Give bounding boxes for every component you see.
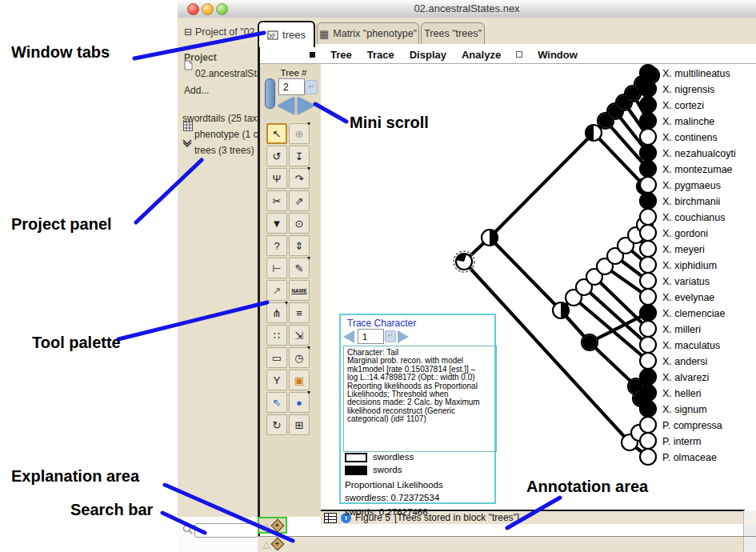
search-input[interactable] [194,523,258,538]
scroll-corner [743,537,756,552]
reroot-tool-icon: ↷ [295,173,304,185]
sphere-tool[interactable]: ●▾ [289,392,310,413]
collapse-clade-tool[interactable]: ▼ [266,213,287,234]
reroot-tool[interactable]: ↷▾ [289,168,310,189]
menu-item-tree[interactable]: Tree [330,49,352,61]
collapse-triangle-icon: △ [262,539,270,549]
legend-swatch-swords [345,466,367,475]
tree-number-scroll-thumb[interactable] [265,78,275,109]
resize-tool-icon: ⇲ [295,330,304,342]
dropdown-arrow-icon: ▾ [307,254,310,262]
polytomy-tool[interactable]: Ψ [266,168,287,189]
callout-label-project-panel: Project panel [11,215,112,234]
resize-tool[interactable]: ⇲ [289,325,310,346]
explanation-area [258,536,756,552]
image-tool-icon: ▣ [294,374,304,386]
clock-tool[interactable]: ◷▾ [289,347,310,368]
magnify-clade-tool[interactable]: ⊙ [289,213,310,234]
tab-project[interactable]: ⊟ Project of "02.a [184,26,263,38]
table-icon[interactable] [324,513,337,523]
highlight-arrow-tool[interactable]: ↗ [266,280,287,301]
name-tool[interactable]: NAME [289,280,310,301]
magnify-clade-tool-icon: ⊙ [295,218,304,230]
trace-prev-button[interactable] [343,330,354,343]
menu-bar: TreeTraceDisplayAnalyzeWindow [260,46,756,64]
legend-swatch-swordless [345,453,367,462]
zoom-tool[interactable]: ⊕▾ [289,123,310,144]
ruler-tool-icon: ▭ [272,352,282,364]
collapse-branch-tool[interactable]: ↧ [289,146,310,166]
explanation-controls[interactable]: △ + [258,536,287,552]
likelihood-header: Proportional Likelihoods [345,480,443,490]
menu-item-display[interactable]: Display [410,49,446,61]
mini-scroll-left-button[interactable] [278,97,294,114]
attach-branch-tool[interactable]: ⋔▾ [266,302,287,323]
ruler-tool[interactable]: ▭ [266,347,287,368]
arrow-tool[interactable]: ↖ [266,123,287,144]
paint-branch-tool[interactable]: ✎▾ [289,258,310,278]
trace-character-title: Trace Character [347,318,416,329]
menu-item-analyze[interactable]: Analyze [462,49,501,61]
annotation-input-row[interactable] [260,524,756,537]
tab-trees-block[interactable]: Trees "trees" [421,22,485,44]
measure-tool[interactable]: ⊢ [266,258,287,278]
project-add-link[interactable]: Add... [184,85,209,96]
highlight-arrow-tool-icon: ↗ [273,285,282,297]
document-icon [184,60,193,70]
attach-branch-tool-icon: ⋔ [273,307,282,319]
scroll-corner [743,524,756,536]
branch-length-tool[interactable]: ⇕ [289,235,310,256]
tab-matrix-phenotype[interactable]: ▦ Matrix "phenotype" [317,22,419,44]
menu-square-icon [310,52,315,58]
dotted-select-tool-icon: ∷ [274,330,280,342]
project-item-trees[interactable]: trees (3 trees) [194,145,254,156]
project-item-matrix[interactable]: phenotype (1 ch [194,129,258,140]
tab-trees[interactable]: trees [258,21,315,47]
tree-number-input[interactable] [278,78,305,95]
query-branch-tool[interactable]: ? [266,235,287,256]
select-lines-tool[interactable]: ≡ [289,302,310,323]
ladderize-tool[interactable]: ↻ [266,414,287,435]
callout-label-mini-scroll: Mini scroll [350,114,429,132]
rotate-branches-tool[interactable]: ↺ [266,146,287,166]
grid-icon: ▦ [319,29,329,39]
enter-icon[interactable]: ↵ [305,80,318,94]
menu-item-window[interactable]: Window [538,49,578,61]
branch-length-tool-icon: ⇕ [295,240,304,252]
paint-branch-tool-icon: ✎ [295,262,304,274]
trace-character-input[interactable] [358,329,384,344]
zoom-tool-icon: ⊕ [295,128,304,140]
snapshot-tool[interactable]: ⊞ [289,414,310,435]
annotation-controls-button[interactable]: △ + [258,517,287,534]
image-tool[interactable]: ▣ [289,370,310,390]
prune-clade-tool-icon: ✂ [273,195,282,207]
project-item-taxa[interactable]: swordtails (25 taxa [182,113,258,124]
tab-label: Trees "trees" [424,28,482,39]
snapshot-tool-icon: ⊞ [295,419,304,431]
query-branch-tool-icon: ? [274,240,279,252]
trace-next-button[interactable] [398,330,409,343]
likelihood-value: swords: 0.27627466 [345,507,428,517]
trace-explanation-text: Character: Tail Marginal prob. recon. wi… [343,346,497,452]
menu-item-trace[interactable]: Trace [367,49,394,61]
select-lines-tool-icon: ≡ [296,307,302,319]
dropdown-arrow-icon: ▾ [307,344,310,351]
prune-clade-tool[interactable]: ✂ [266,190,287,211]
dotted-select-tool[interactable]: ∷ [266,325,287,346]
tree-window-icon [267,30,278,40]
branch-fork-tool[interactable]: Y [266,370,287,390]
collapse-branch-tool-icon: ↧ [295,150,304,162]
callout-label-search-bar: Search bar [70,501,153,519]
multi-select-tool[interactable]: ⇖ [266,392,287,413]
legend-label: swords [373,465,402,474]
measure-tool-icon: ⊢ [272,262,281,274]
project-file-item[interactable]: 02.ancestralSta [195,68,258,79]
enter-icon[interactable]: ↵ [385,330,396,342]
search-icon [182,524,194,535]
tab-label: trees [282,29,306,41]
callout-label-explanation-area: Explanation area [11,467,139,486]
mini-scroll-right-button[interactable] [298,97,314,114]
move-branch-tool[interactable]: ⇗ [289,190,310,211]
dropdown-arrow-icon: ▾ [307,389,310,396]
matrix-icon [183,122,193,131]
